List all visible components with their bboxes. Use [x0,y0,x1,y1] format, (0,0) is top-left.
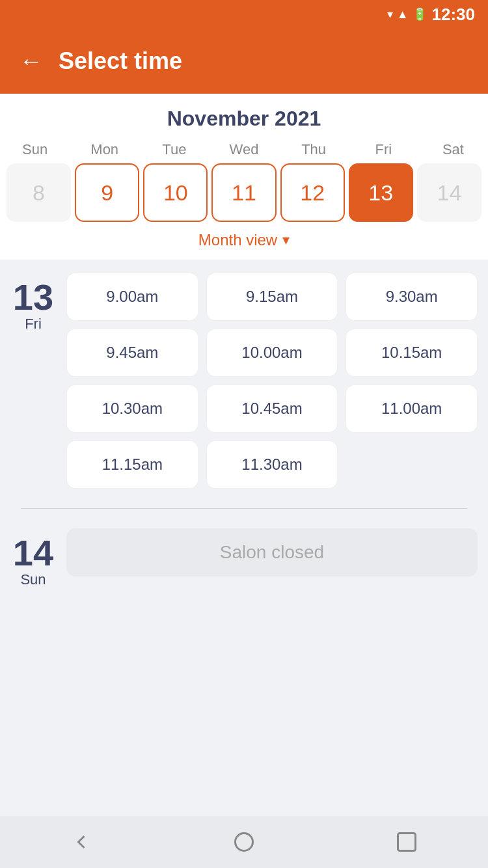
weekday-thu: Thu [279,141,349,158]
day-label-14: 14 Sun [10,528,56,588]
slot-915am[interactable]: 9.15am [206,273,338,321]
timeslots-section: 13 Fri 9.00am 9.15am 9.30am 9.45am 10.00… [0,260,488,816]
day-name-14: Sun [20,571,46,588]
nav-back-button[interactable] [62,822,101,861]
month-view-toggle[interactable]: Month view ▾ [0,222,488,253]
date-14: 14 [417,163,481,222]
date-13[interactable]: 13 [349,163,413,222]
weekday-sat: Sat [418,141,488,158]
status-icons: ▾ ▲ 🔋 [387,7,427,21]
bottom-nav [0,816,488,868]
day-name-13: Fri [25,316,42,332]
date-12[interactable]: 12 [280,163,345,222]
wifi-icon: ▾ [387,7,393,21]
weekday-sun: Sun [0,141,70,158]
chevron-down-icon: ▾ [282,232,290,249]
home-nav-icon [232,830,256,854]
slot-930am[interactable]: 9.30am [346,273,478,321]
day-label-13: 13 Fri [10,273,56,489]
recent-nav-icon [395,830,418,854]
date-8: 8 [7,163,71,222]
nav-recent-button[interactable] [387,822,426,861]
header: ← Select time [0,29,488,94]
date-9[interactable]: 9 [75,163,139,222]
date-11[interactable]: 11 [211,163,276,222]
slot-1000am[interactable]: 10.00am [206,329,338,377]
back-nav-icon [70,830,93,854]
nav-home-button[interactable] [224,822,264,861]
weekday-mon: Mon [70,141,139,158]
signal-icon: ▲ [397,8,409,21]
day-number-13: 13 [13,279,53,316]
day-block-13: 13 Fri 9.00am 9.15am 9.30am 9.45am 10.00… [10,273,478,489]
status-bar: ▾ ▲ 🔋 12:30 [0,0,488,29]
day-number-14: 14 [13,535,53,571]
month-year-label: November 2021 [0,107,488,131]
slot-1015am[interactable]: 10.15am [346,329,478,377]
calendar-section: November 2021 Sun Mon Tue Wed Thu Fri Sa… [0,94,488,260]
battery-icon: 🔋 [413,7,427,21]
dates-row: 8 9 10 11 12 13 14 [0,163,488,222]
salon-closed-message: Salon closed [66,528,478,576]
divider [21,508,467,509]
slot-945am[interactable]: 9.45am [66,329,198,377]
day-block-14: 14 Sun Salon closed [10,528,478,588]
slot-1115am[interactable]: 11.15am [66,441,198,489]
slot-1130am[interactable]: 11.30am [206,441,338,489]
weekday-fri: Fri [349,141,418,158]
page-title: Select time [59,47,182,75]
svg-point-0 [236,834,253,851]
weekday-row: Sun Mon Tue Wed Thu Fri Sat [0,141,488,158]
weekday-tue: Tue [139,141,209,158]
slot-1045am[interactable]: 10.45am [206,385,338,433]
svg-rect-1 [398,834,416,851]
slot-900am[interactable]: 9.00am [66,273,198,321]
month-view-label: Month view [198,231,277,249]
slot-1030am[interactable]: 10.30am [66,385,198,433]
date-10[interactable]: 10 [143,163,208,222]
slot-1100am[interactable]: 11.00am [346,385,478,433]
slots-grid-13: 9.00am 9.15am 9.30am 9.45am 10.00am 10.1… [66,273,478,489]
back-button[interactable]: ← [20,49,43,73]
weekday-wed: Wed [209,141,278,158]
status-time: 12:30 [432,5,476,25]
